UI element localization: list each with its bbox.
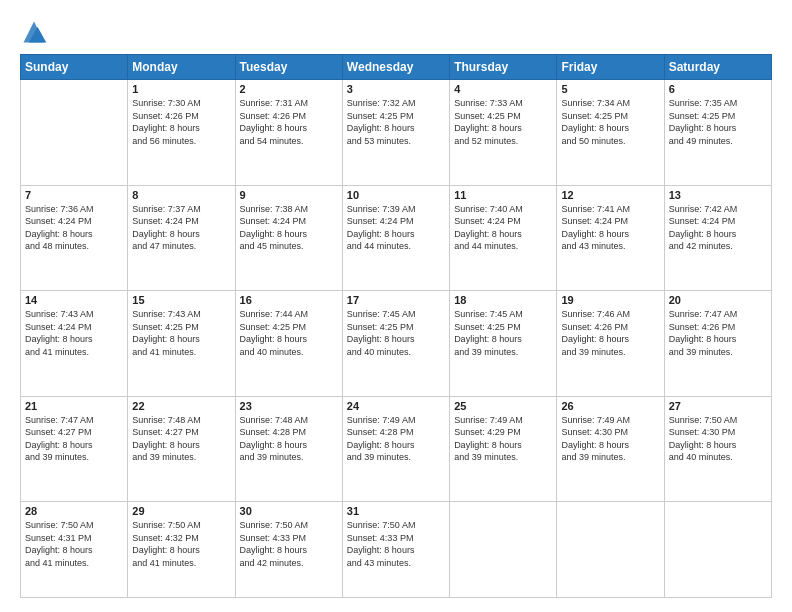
weekday-header-thursday: Thursday	[450, 55, 557, 80]
calendar-cell	[557, 502, 664, 598]
calendar-cell: 11Sunrise: 7:40 AM Sunset: 4:24 PM Dayli…	[450, 185, 557, 291]
day-number: 8	[132, 189, 230, 201]
cell-info: Sunrise: 7:49 AM Sunset: 4:28 PM Dayligh…	[347, 414, 445, 464]
day-number: 23	[240, 400, 338, 412]
day-number: 1	[132, 83, 230, 95]
cell-info: Sunrise: 7:45 AM Sunset: 4:25 PM Dayligh…	[347, 308, 445, 358]
calendar-cell: 29Sunrise: 7:50 AM Sunset: 4:32 PM Dayli…	[128, 502, 235, 598]
weekday-header-sunday: Sunday	[21, 55, 128, 80]
calendar-cell: 4Sunrise: 7:33 AM Sunset: 4:25 PM Daylig…	[450, 80, 557, 186]
day-number: 10	[347, 189, 445, 201]
cell-info: Sunrise: 7:39 AM Sunset: 4:24 PM Dayligh…	[347, 203, 445, 253]
day-number: 11	[454, 189, 552, 201]
cell-info: Sunrise: 7:47 AM Sunset: 4:27 PM Dayligh…	[25, 414, 123, 464]
calendar-cell: 24Sunrise: 7:49 AM Sunset: 4:28 PM Dayli…	[342, 396, 449, 502]
cell-info: Sunrise: 7:34 AM Sunset: 4:25 PM Dayligh…	[561, 97, 659, 147]
calendar-cell: 28Sunrise: 7:50 AM Sunset: 4:31 PM Dayli…	[21, 502, 128, 598]
calendar-cell: 15Sunrise: 7:43 AM Sunset: 4:25 PM Dayli…	[128, 291, 235, 397]
calendar-cell: 8Sunrise: 7:37 AM Sunset: 4:24 PM Daylig…	[128, 185, 235, 291]
cell-info: Sunrise: 7:49 AM Sunset: 4:29 PM Dayligh…	[454, 414, 552, 464]
calendar-cell: 21Sunrise: 7:47 AM Sunset: 4:27 PM Dayli…	[21, 396, 128, 502]
cell-info: Sunrise: 7:44 AM Sunset: 4:25 PM Dayligh…	[240, 308, 338, 358]
day-number: 16	[240, 294, 338, 306]
cell-info: Sunrise: 7:36 AM Sunset: 4:24 PM Dayligh…	[25, 203, 123, 253]
calendar-cell: 14Sunrise: 7:43 AM Sunset: 4:24 PM Dayli…	[21, 291, 128, 397]
calendar-cell: 16Sunrise: 7:44 AM Sunset: 4:25 PM Dayli…	[235, 291, 342, 397]
cell-info: Sunrise: 7:30 AM Sunset: 4:26 PM Dayligh…	[132, 97, 230, 147]
calendar-week-row: 1Sunrise: 7:30 AM Sunset: 4:26 PM Daylig…	[21, 80, 772, 186]
day-number: 30	[240, 505, 338, 517]
cell-info: Sunrise: 7:33 AM Sunset: 4:25 PM Dayligh…	[454, 97, 552, 147]
calendar-cell: 7Sunrise: 7:36 AM Sunset: 4:24 PM Daylig…	[21, 185, 128, 291]
day-number: 21	[25, 400, 123, 412]
calendar-cell: 3Sunrise: 7:32 AM Sunset: 4:25 PM Daylig…	[342, 80, 449, 186]
calendar-cell: 18Sunrise: 7:45 AM Sunset: 4:25 PM Dayli…	[450, 291, 557, 397]
day-number: 14	[25, 294, 123, 306]
day-number: 2	[240, 83, 338, 95]
cell-info: Sunrise: 7:38 AM Sunset: 4:24 PM Dayligh…	[240, 203, 338, 253]
calendar-cell	[450, 502, 557, 598]
weekday-header-wednesday: Wednesday	[342, 55, 449, 80]
day-number: 26	[561, 400, 659, 412]
calendar-cell: 31Sunrise: 7:50 AM Sunset: 4:33 PM Dayli…	[342, 502, 449, 598]
day-number: 4	[454, 83, 552, 95]
day-number: 5	[561, 83, 659, 95]
calendar-cell: 12Sunrise: 7:41 AM Sunset: 4:24 PM Dayli…	[557, 185, 664, 291]
calendar-cell: 25Sunrise: 7:49 AM Sunset: 4:29 PM Dayli…	[450, 396, 557, 502]
cell-info: Sunrise: 7:41 AM Sunset: 4:24 PM Dayligh…	[561, 203, 659, 253]
calendar-cell: 2Sunrise: 7:31 AM Sunset: 4:26 PM Daylig…	[235, 80, 342, 186]
cell-info: Sunrise: 7:37 AM Sunset: 4:24 PM Dayligh…	[132, 203, 230, 253]
weekday-header-saturday: Saturday	[664, 55, 771, 80]
calendar-cell: 22Sunrise: 7:48 AM Sunset: 4:27 PM Dayli…	[128, 396, 235, 502]
cell-info: Sunrise: 7:42 AM Sunset: 4:24 PM Dayligh…	[669, 203, 767, 253]
cell-info: Sunrise: 7:49 AM Sunset: 4:30 PM Dayligh…	[561, 414, 659, 464]
day-number: 15	[132, 294, 230, 306]
cell-info: Sunrise: 7:50 AM Sunset: 4:33 PM Dayligh…	[347, 519, 445, 569]
calendar-cell: 20Sunrise: 7:47 AM Sunset: 4:26 PM Dayli…	[664, 291, 771, 397]
calendar-cell: 26Sunrise: 7:49 AM Sunset: 4:30 PM Dayli…	[557, 396, 664, 502]
calendar-cell: 13Sunrise: 7:42 AM Sunset: 4:24 PM Dayli…	[664, 185, 771, 291]
calendar-week-row: 21Sunrise: 7:47 AM Sunset: 4:27 PM Dayli…	[21, 396, 772, 502]
cell-info: Sunrise: 7:31 AM Sunset: 4:26 PM Dayligh…	[240, 97, 338, 147]
day-number: 6	[669, 83, 767, 95]
day-number: 17	[347, 294, 445, 306]
cell-info: Sunrise: 7:40 AM Sunset: 4:24 PM Dayligh…	[454, 203, 552, 253]
header	[20, 18, 772, 46]
calendar-week-row: 7Sunrise: 7:36 AM Sunset: 4:24 PM Daylig…	[21, 185, 772, 291]
page: SundayMondayTuesdayWednesdayThursdayFrid…	[0, 0, 792, 612]
day-number: 12	[561, 189, 659, 201]
cell-info: Sunrise: 7:43 AM Sunset: 4:24 PM Dayligh…	[25, 308, 123, 358]
calendar-week-row: 28Sunrise: 7:50 AM Sunset: 4:31 PM Dayli…	[21, 502, 772, 598]
day-number: 13	[669, 189, 767, 201]
cell-info: Sunrise: 7:35 AM Sunset: 4:25 PM Dayligh…	[669, 97, 767, 147]
calendar-cell: 30Sunrise: 7:50 AM Sunset: 4:33 PM Dayli…	[235, 502, 342, 598]
calendar-cell: 10Sunrise: 7:39 AM Sunset: 4:24 PM Dayli…	[342, 185, 449, 291]
day-number: 25	[454, 400, 552, 412]
day-number: 20	[669, 294, 767, 306]
calendar-cell: 9Sunrise: 7:38 AM Sunset: 4:24 PM Daylig…	[235, 185, 342, 291]
calendar-cell: 23Sunrise: 7:48 AM Sunset: 4:28 PM Dayli…	[235, 396, 342, 502]
weekday-header-monday: Monday	[128, 55, 235, 80]
day-number: 28	[25, 505, 123, 517]
day-number: 3	[347, 83, 445, 95]
weekday-header-row: SundayMondayTuesdayWednesdayThursdayFrid…	[21, 55, 772, 80]
calendar-cell: 27Sunrise: 7:50 AM Sunset: 4:30 PM Dayli…	[664, 396, 771, 502]
day-number: 19	[561, 294, 659, 306]
logo-icon	[20, 18, 48, 46]
calendar-cell: 1Sunrise: 7:30 AM Sunset: 4:26 PM Daylig…	[128, 80, 235, 186]
weekday-header-tuesday: Tuesday	[235, 55, 342, 80]
day-number: 24	[347, 400, 445, 412]
day-number: 7	[25, 189, 123, 201]
calendar-cell: 17Sunrise: 7:45 AM Sunset: 4:25 PM Dayli…	[342, 291, 449, 397]
calendar-cell: 6Sunrise: 7:35 AM Sunset: 4:25 PM Daylig…	[664, 80, 771, 186]
cell-info: Sunrise: 7:32 AM Sunset: 4:25 PM Dayligh…	[347, 97, 445, 147]
cell-info: Sunrise: 7:48 AM Sunset: 4:27 PM Dayligh…	[132, 414, 230, 464]
cell-info: Sunrise: 7:50 AM Sunset: 4:33 PM Dayligh…	[240, 519, 338, 569]
day-number: 27	[669, 400, 767, 412]
calendar-cell: 19Sunrise: 7:46 AM Sunset: 4:26 PM Dayli…	[557, 291, 664, 397]
day-number: 18	[454, 294, 552, 306]
cell-info: Sunrise: 7:46 AM Sunset: 4:26 PM Dayligh…	[561, 308, 659, 358]
calendar-cell	[21, 80, 128, 186]
calendar-table: SundayMondayTuesdayWednesdayThursdayFrid…	[20, 54, 772, 598]
calendar-week-row: 14Sunrise: 7:43 AM Sunset: 4:24 PM Dayli…	[21, 291, 772, 397]
